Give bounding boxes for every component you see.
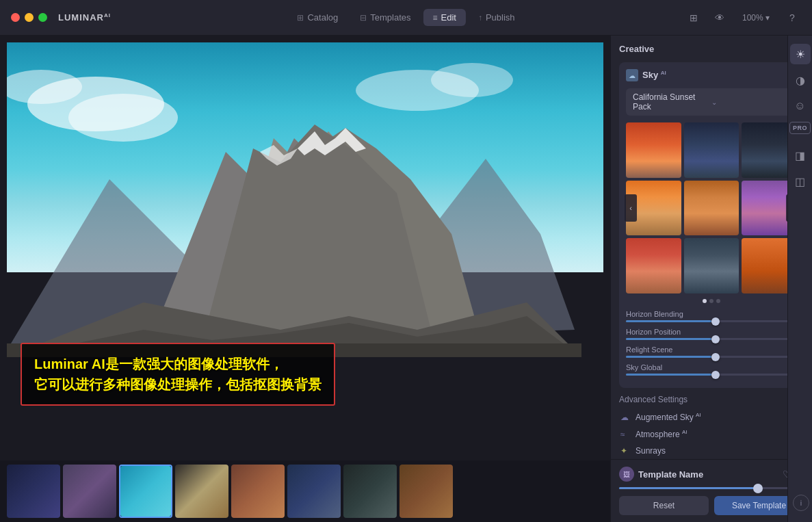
horizon-position-track[interactable] [626,338,797,340]
relight-scene-slider: Relight Scene 0 [626,345,797,358]
sky-thumb-8[interactable] [684,238,739,293]
nav-publish[interactable]: ↑ Publish [469,9,525,26]
sky-section: ☁ Sky AI California Sunset Pack ⌄ ‹ [619,62,804,388]
template-name-row: 🖼 Template Name ♡ ··· [619,467,804,482]
sky-thumb-2[interactable] [684,122,739,178]
sunrays-label: Sunrays [636,446,666,456]
chevron-down-icon: ⌄ [711,99,790,106]
advanced-settings-label: Advanced Settings [619,395,804,404]
template-footer: 🖼 Template Name ♡ ··· Reset Save Templat… [611,459,812,522]
sky-title-sup: AI [661,70,666,76]
light-adjustments-icon[interactable]: ☀ [790,44,811,64]
augmented-sky-item[interactable]: ☁ Augmented Sky AI [619,408,804,426]
pack-name-label: California Sunset Pack [633,92,711,112]
sky-global-slider: Sky Global 0 [626,363,797,376]
main-image: Luminar AI是一款强大的图像处理软件， 它可以进行多种图像处理操作，包括… [7,42,603,460]
filmstrip-thumb-7[interactable] [343,465,397,518]
sky-thumbnails-grid: ‹ › [626,122,797,293]
sky-global-label: Sky Global [626,363,662,371]
zoom-level[interactable]: 100% ▾ [737,11,775,25]
titlebar-right: ⊞ 👁 100% ▾ ? [685,9,801,27]
sky-global-track[interactable] [626,374,797,376]
filmstrip-thumb-5[interactable] [231,465,285,518]
sky-cloud-icon: ☁ [626,69,638,81]
grid-view-icon[interactable]: ⊞ [685,9,703,27]
filmstrip-thumb-6[interactable] [287,465,341,518]
main-layout: Luminar AI是一款强大的图像处理软件， 它可以进行多种图像处理操作，包括… [0,36,812,522]
atmosphere-icon: ≈ [620,430,631,439]
template-icon: 🖼 [619,467,634,482]
filmstrip [0,460,610,522]
filmstrip-thumb-2[interactable] [63,465,116,518]
templates-icon2: ⊟ [360,13,367,23]
close-button[interactable] [11,13,20,22]
reset-button[interactable]: Reset [619,496,709,515]
sky-thumb-7[interactable] [626,238,681,293]
horizon-blending-label: Horizon Blending [626,310,683,318]
sky-dot-2[interactable] [709,299,713,303]
atmosphere-label: Atmosphere AI [636,429,802,439]
sunrays-icon: ✦ [620,446,631,456]
sunrays-item[interactable]: ✦ Sunrays [619,443,804,459]
horizon-blending-slider: Horizon Blending 0 [626,310,797,322]
publish-label: Publish [486,12,515,23]
info-icon[interactable]: ? [783,9,801,27]
template-name-label: Template Name [638,469,778,480]
sky-header: ☁ Sky AI [626,69,797,81]
app-name-sup: AI [104,12,111,18]
sky-nav-left-button[interactable]: ‹ [625,194,637,222]
creative-section-title: Creative [611,36,812,54]
sky-thumb-1[interactable] [626,122,681,178]
pack-selector[interactable]: California Sunset Pack ⌄ [626,88,797,116]
filmstrip-thumb-3[interactable] [119,465,172,518]
horizon-position-label: Horizon Position [626,328,681,336]
augmented-sky-label: Augmented Sky AI [636,412,802,422]
horizon-blending-track[interactable] [626,320,797,322]
sky-grid-inner [626,122,797,293]
panel-info-button[interactable]: i [793,495,809,511]
eye-icon[interactable]: 👁 [711,9,729,27]
panel-content: ☁ Sky AI California Sunset Pack ⌄ ‹ [611,54,812,459]
publish-icon: ↑ [478,13,482,23]
overlay-line1: Luminar AI是一款强大的图像处理软件， [34,354,322,374]
templates-label2: Templates [370,12,410,23]
sky-dot-1[interactable] [703,299,707,303]
app-name: LUMINARAI [58,12,111,23]
filmstrip-thumb-4[interactable] [175,465,228,518]
sky-pagination-dots [626,299,797,303]
sky-thumb-5[interactable] [684,181,739,236]
nav-catalog-center[interactable]: ⊞ Catalog [287,9,348,26]
minimize-button[interactable] [25,13,34,22]
template-strength-slider [619,487,804,489]
template-slider-track[interactable] [619,487,804,489]
catalog-icon2: ⊞ [297,13,304,23]
sky-title: Sky AI [642,70,666,80]
nav-templates-center[interactable]: ⊟ Templates [350,9,420,26]
right-panel: Creative ☁ Sky AI California Sunset Pack… [610,36,812,522]
creative-tools-icon[interactable]: ◑ [790,70,811,90]
filmstrip-thumb-1[interactable] [7,465,60,518]
edit-label: Edit [441,12,456,23]
pro-badge-label[interactable]: PRO [789,122,811,134]
sky-title-text: Sky [642,70,658,81]
image-area: Luminar AI是一款强大的图像处理软件， 它可以进行多种图像处理操作，包括… [0,36,610,522]
sky-dot-3[interactable] [716,299,720,303]
overlay-text-box: Luminar AI是一款强大的图像处理软件， 它可以进行多种图像处理操作，包括… [21,343,335,406]
filmstrip-thumb-8[interactable] [400,465,453,518]
template-buttons: Reset Save Template [619,496,804,515]
atmosphere-item[interactable]: ≈ Atmosphere AI [619,426,804,443]
right-toolbar: ☀ ◑ ☺ PRO ◨ ◫ i [787,36,812,522]
nav-edit[interactable]: ≡ Edit [423,9,466,26]
portrait-tools-icon[interactable]: ☺ [790,96,811,116]
relight-scene-label: Relight Scene [626,345,673,354]
catalog-label2: Catalog [307,12,338,23]
augmented-sky-icon: ☁ [620,413,631,422]
mask-icon[interactable]: ◫ [790,171,811,192]
sky-background [7,42,603,272]
edit-icon: ≡ [433,13,438,23]
fullscreen-button[interactable] [38,13,47,22]
center-nav: ⊞ Catalog ⊟ Templates ≡ Edit ↑ Publish [287,9,524,26]
layers-icon[interactable]: ◨ [790,145,811,166]
relight-scene-track[interactable] [626,356,797,358]
advanced-settings-section: Advanced Settings ☁ Augmented Sky AI ≈ A… [619,395,804,459]
